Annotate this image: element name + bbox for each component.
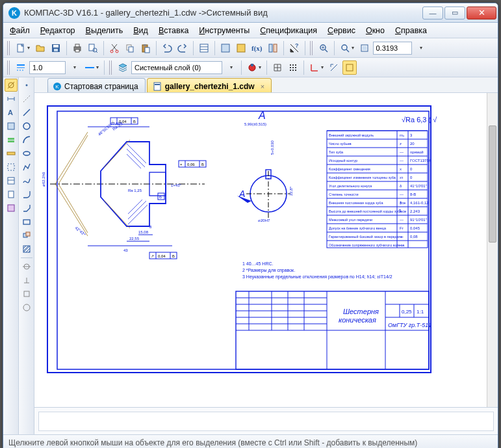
menu-insert[interactable]: Вставка xyxy=(153,25,194,36)
text-panel-icon[interactable]: A xyxy=(5,106,18,119)
tab-close-icon[interactable]: × xyxy=(261,83,264,90)
menu-view[interactable]: Вид xyxy=(128,25,153,36)
cut-button[interactable] xyxy=(107,41,122,55)
geom-panel-icon[interactable] xyxy=(5,79,18,92)
spec-panel-icon[interactable] xyxy=(5,174,18,187)
svg-text:0,25: 0,25 xyxy=(402,309,412,315)
maximize-button[interactable]: ▭ xyxy=(444,7,465,20)
line-tool[interactable] xyxy=(20,106,33,119)
lineweight-field[interactable] xyxy=(29,61,66,74)
zoom-field[interactable] xyxy=(373,42,412,55)
grip[interactable] xyxy=(7,41,11,55)
save-button[interactable] xyxy=(49,41,63,55)
grip[interactable] xyxy=(310,41,314,55)
ortho-button[interactable] xyxy=(327,60,341,75)
copy-button[interactable] xyxy=(123,41,137,55)
tab-start-page[interactable]: K Стартовая страница xyxy=(47,78,146,92)
tool-c[interactable] xyxy=(266,41,280,55)
menu-spec[interactable]: Спецификация xyxy=(255,25,322,36)
hatch-tool[interactable] xyxy=(20,243,33,256)
svg-rect-73 xyxy=(154,83,161,90)
vertical-scrollbar[interactable] xyxy=(487,93,498,407)
menu-edit[interactable]: Редактор xyxy=(35,25,81,36)
svg-rect-16 xyxy=(145,47,149,53)
snap-button[interactable] xyxy=(245,60,263,75)
dot-grid-button[interactable] xyxy=(286,60,300,75)
help-button[interactable]: ? xyxy=(287,41,302,55)
svg-point-45 xyxy=(290,70,291,71)
property-grid[interactable] xyxy=(38,412,494,431)
svg-text:Внешняя постоянная хорда зуба: Внешняя постоянная хорда зуба xyxy=(329,201,383,205)
svg-text:0,08: 0,08 xyxy=(410,235,418,239)
ucs-button[interactable] xyxy=(307,60,326,75)
menu-service[interactable]: Сервис xyxy=(322,25,361,36)
misc-tool-3[interactable] xyxy=(20,287,33,300)
tool-a[interactable] xyxy=(218,41,233,55)
misc-tool-2[interactable] xyxy=(20,274,33,287)
zoom-window-button[interactable] xyxy=(338,41,356,55)
menu-select[interactable]: Выделить xyxy=(81,25,129,36)
grip[interactable] xyxy=(109,60,113,75)
minimize-button[interactable]: — xyxy=(422,7,443,20)
linetype-button[interactable] xyxy=(83,60,101,75)
zoom-fit-button[interactable] xyxy=(357,41,372,55)
point-tool[interactable] xyxy=(20,79,33,92)
layer-dropdown[interactable] xyxy=(224,60,238,75)
redo-button[interactable] xyxy=(175,41,190,55)
misc-tool-4[interactable] xyxy=(20,301,33,314)
rect-tool[interactable] xyxy=(20,215,33,228)
aux-line-tool[interactable] xyxy=(20,92,33,105)
drawing-canvas[interactable]: √Ra 6,3 ( √ ) Внешний окружной модульmₑ3… xyxy=(41,99,486,401)
edit-panel-icon[interactable] xyxy=(5,120,18,133)
svg-text:15,08: 15,08 xyxy=(138,230,149,234)
grid-button[interactable] xyxy=(270,60,285,75)
preview-button[interactable] xyxy=(86,41,100,55)
properties-button[interactable] xyxy=(197,41,211,55)
function-button[interactable]: f(x) xyxy=(250,41,264,55)
tab-document[interactable]: gallery_chertezhi_1.cdw × xyxy=(147,78,272,92)
grip[interactable] xyxy=(7,60,11,75)
document-tabs: K Стартовая страница gallery_chertezhi_1… xyxy=(34,77,498,93)
menu-tools[interactable]: Инструменты xyxy=(194,25,255,36)
spline-tool[interactable] xyxy=(20,174,33,187)
param-panel-icon[interactable] xyxy=(5,133,18,146)
tool-b[interactable] xyxy=(234,41,248,55)
menu-file[interactable]: Файл xyxy=(5,25,35,36)
ortho2-button[interactable] xyxy=(342,60,357,75)
paste-button[interactable] xyxy=(138,41,153,55)
svg-text:Б: Б xyxy=(159,195,162,199)
menu-window[interactable]: Окно xyxy=(361,25,390,36)
circle-tool[interactable] xyxy=(20,120,33,133)
tab-label: gallery_chertezhi_1.cdw xyxy=(165,82,255,91)
chamfer-tool[interactable] xyxy=(20,202,33,215)
layer-field[interactable] xyxy=(131,61,222,74)
close-button[interactable]: ✕ xyxy=(467,7,496,20)
fillet-tool[interactable] xyxy=(20,188,33,201)
open-button[interactable] xyxy=(33,41,47,55)
svg-point-47 xyxy=(295,70,296,71)
layer-button[interactable] xyxy=(116,60,130,75)
print-button[interactable] xyxy=(70,41,84,55)
svg-text:91°10'01'': 91°10'01'' xyxy=(410,218,427,222)
svg-rect-71 xyxy=(24,291,29,296)
assembly-tool[interactable] xyxy=(20,229,33,242)
report-panel-icon[interactable] xyxy=(5,188,18,201)
arc-tool[interactable] xyxy=(20,133,33,146)
menu-help[interactable]: Справка xyxy=(390,25,432,36)
polyline-tool[interactable] xyxy=(20,161,33,174)
svg-text:8-В: 8-В xyxy=(410,192,416,196)
misc-tool-1[interactable] xyxy=(20,260,33,273)
undo-button[interactable] xyxy=(160,41,174,55)
zoom-in-button[interactable] xyxy=(316,41,331,55)
measure-panel-icon[interactable] xyxy=(5,147,18,160)
line-style-button[interactable] xyxy=(14,60,28,75)
ellipse-tool[interactable] xyxy=(20,147,33,160)
insert-panel-icon[interactable] xyxy=(5,202,18,215)
svg-text:Коэффициент смещения: Коэффициент смещения xyxy=(329,167,370,171)
dim-panel-icon[interactable] xyxy=(5,92,18,105)
new-button[interactable] xyxy=(14,41,32,55)
zoom-dropdown[interactable] xyxy=(413,41,428,55)
scrollbar-thumb[interactable] xyxy=(489,125,496,243)
lineweight-dropdown[interactable] xyxy=(67,60,81,75)
select-panel-icon[interactable] xyxy=(5,161,18,174)
